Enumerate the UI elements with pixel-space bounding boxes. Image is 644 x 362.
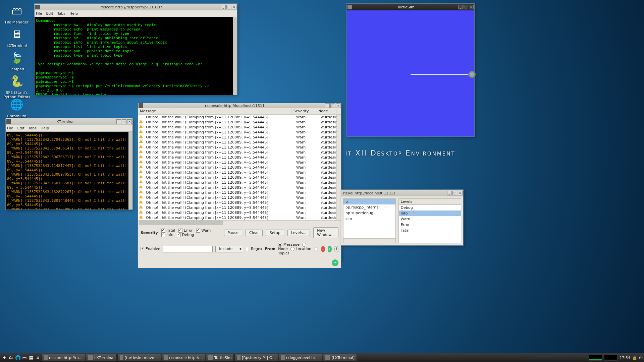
header-severity[interactable]: Severity (291, 108, 316, 114)
close-button[interactable]: × (232, 5, 236, 9)
logger-item[interactable]: sim (343, 216, 395, 222)
lxterm-titlebar[interactable]: LXTerminal _ □ × (6, 118, 132, 125)
new-window-button[interactable]: New Window... (313, 227, 338, 238)
desktop-icon-spe-stani-s-python-editor-[interactable]: 🐍SPE (Stani's Python Editor) (3, 73, 30, 99)
taskbar-item[interactable]: roscore http://raspber... (42, 354, 85, 361)
severity-info-checkbox[interactable] (161, 233, 165, 237)
message-row[interactable]: Oh no! I hit the wall! (Clamping from [x… (138, 205, 341, 210)
desktop-icon-lxterminal[interactable]: 🖥LXTerminal (3, 26, 30, 48)
minimize-button[interactable]: _ (221, 5, 226, 9)
loggerlevel-titlebar[interactable]: rlevel http://localhost:11311 _ □ × (341, 190, 463, 196)
message-row[interactable]: Oh no! I hit the wall! (Clamping from [x… (138, 125, 341, 130)
h-scrollbar[interactable] (343, 238, 395, 243)
maximize-button[interactable]: □ (226, 5, 231, 9)
taskbar-item[interactable]: [LXTerminal] (323, 354, 357, 361)
regex-checkbox[interactable] (246, 247, 248, 251)
message-row[interactable]: Oh no! I hit the wall! (Clamping from [x… (138, 115, 341, 120)
start-menu-icon[interactable]: ✦ (1, 355, 7, 361)
workspace-switcher-icon[interactable]: ▦ (28, 355, 34, 361)
from-message-radio[interactable] (278, 243, 282, 247)
taskbar-item[interactable]: rxloggerlevel http://loc... (279, 354, 322, 361)
message-row[interactable]: Oh no! I hit the wall! (Clamping from [x… (138, 170, 341, 175)
lock-icon[interactable]: 🔒 (632, 356, 637, 360)
message-row[interactable]: Oh no! I hit the wall! (Clamping from [x… (138, 130, 341, 135)
maximize-button[interactable]: □ (464, 5, 468, 9)
header-node[interactable]: Node (316, 108, 336, 114)
pause-button[interactable]: Pause (224, 230, 242, 236)
browser-icon[interactable]: 🌐 (15, 355, 21, 361)
menu-tabs[interactable]: Tabs (29, 126, 37, 130)
menu-help[interactable]: Help (69, 11, 78, 16)
taskbar-item[interactable]: TurtleSim (206, 354, 234, 361)
message-row[interactable]: Oh no! I hit the wall! (Clamping from [x… (138, 190, 341, 195)
h-scrollbar[interactable] (138, 220, 341, 225)
close-button[interactable]: × (336, 103, 340, 108)
message-row[interactable]: Oh no! I hit the wall! (Clamping from [x… (138, 140, 341, 145)
message-row[interactable]: Oh no! I hit the wall! (Clamping from [x… (138, 175, 341, 180)
minimize-all-icon[interactable]: ▭ (21, 355, 28, 361)
level-item-info[interactable]: Info (399, 210, 461, 216)
message-row[interactable]: Oh no! I hit the wall! (Clamping from [x… (138, 145, 341, 150)
turtlesim-canvas[interactable] (347, 10, 474, 136)
turtlesim-titlebar[interactable]: TurtleSim _ □ × (347, 4, 474, 10)
filter-input[interactable] (163, 246, 213, 252)
levels-list[interactable]: DebugInfoWarnErrorFatal (399, 205, 461, 243)
level-item-error[interactable]: Error (399, 222, 461, 228)
severity-warn-checkbox[interactable] (196, 229, 200, 233)
from-node-radio[interactable] (302, 243, 306, 247)
filter-remove-button[interactable]: − (321, 246, 325, 252)
message-row[interactable]: Oh no! I hit the wall! (Clamping from [x… (138, 160, 341, 165)
net-monitor-icon[interactable] (604, 355, 618, 361)
minimize-button[interactable]: _ (458, 5, 463, 9)
desktop-icon-file-manager[interactable]: 🗃File Manager (3, 3, 30, 24)
rxconsole-message-list[interactable]: Oh no! I hit the wall! (Clamping from [x… (138, 115, 341, 220)
message-row[interactable]: Oh no! I hit the wall! (Clamping from [x… (138, 150, 341, 155)
message-row[interactable]: Oh no! I hit the wall! (Clamping from [x… (138, 180, 341, 185)
file-manager-icon[interactable]: 🗂 (8, 355, 14, 361)
level-item-fatal[interactable]: Fatal (399, 228, 461, 233)
clear-button[interactable]: Clear (246, 230, 263, 236)
message-row[interactable]: Oh no! I hit the wall! (Clamping from [x… (138, 215, 341, 220)
add-filter-row-button[interactable]: + (332, 259, 338, 266)
from-location-radio[interactable] (290, 247, 294, 251)
menu-edit[interactable]: Edit (17, 126, 24, 130)
taskbar-item[interactable]: rxconsole http://local... (162, 354, 205, 361)
roscore-titlebar[interactable]: roscore http://raspberrypi:11311/ _ □ × (35, 4, 237, 10)
taskbar-item[interactable]: [turtlesim move turtle ... (117, 354, 161, 361)
message-row[interactable]: Oh no! I hit the wall! (Clamping from [x… (138, 210, 341, 215)
menu-edit[interactable]: Edit (46, 11, 53, 16)
enabled-checkbox[interactable] (141, 247, 143, 251)
setup-button[interactable]: Setup (266, 230, 284, 236)
clock[interactable]: 17:54 (620, 356, 630, 360)
message-row[interactable]: Oh no! I hit the wall! (Clamping from [x… (138, 120, 341, 125)
levels-button[interactable]: Levels... (287, 230, 310, 236)
minimize-button[interactable]: _ (325, 103, 330, 108)
level-item-warn[interactable]: Warn (399, 216, 461, 222)
maximize-button[interactable]: □ (330, 103, 335, 108)
message-row[interactable]: Oh no! I hit the wall! (Clamping from [x… (138, 185, 341, 190)
roscore-terminal-body[interactable]: Commands: rostopic bw display bandwidth … (35, 17, 237, 95)
minimize-button[interactable]: _ (116, 119, 121, 124)
close-button[interactable]: × (469, 5, 474, 9)
minimize-button[interactable]: _ (447, 191, 452, 195)
scrollbar[interactable] (128, 132, 132, 209)
include-dropdown[interactable]: Include▾ (215, 246, 243, 252)
header-message[interactable]: Message (138, 108, 291, 114)
show-desktop-icon[interactable]: ⌗ (35, 355, 41, 361)
rxconsole-titlebar[interactable]: rxconsole http://localhost:11311 _ □ × (138, 103, 341, 108)
message-row[interactable]: Oh no! I hit the wall! (Clamping from [x… (138, 155, 341, 160)
power-icon[interactable]: ⏻ (639, 356, 643, 360)
loggers-list[interactable]: ppp.roscpp_internalpp.superdebugsim (343, 199, 395, 238)
severity-debug-checkbox[interactable] (177, 233, 181, 237)
filter-up-button[interactable]: ↑ (334, 246, 338, 252)
scrollbar[interactable] (336, 115, 341, 220)
level-item-debug[interactable]: Debug (399, 205, 461, 210)
scroll-thumb[interactable] (139, 221, 223, 225)
logger-item[interactable]: pp.roscpp_internal (343, 204, 395, 210)
message-row[interactable]: Oh no! I hit the wall! (Clamping from [x… (138, 200, 341, 205)
filter-add-button[interactable]: + (328, 246, 332, 252)
cpu-monitor-icon[interactable] (589, 355, 602, 361)
from-topics-radio[interactable] (314, 247, 318, 251)
menu-file[interactable]: File (36, 11, 42, 16)
message-row[interactable]: Oh no! I hit the wall! (Clamping from [x… (138, 135, 341, 140)
